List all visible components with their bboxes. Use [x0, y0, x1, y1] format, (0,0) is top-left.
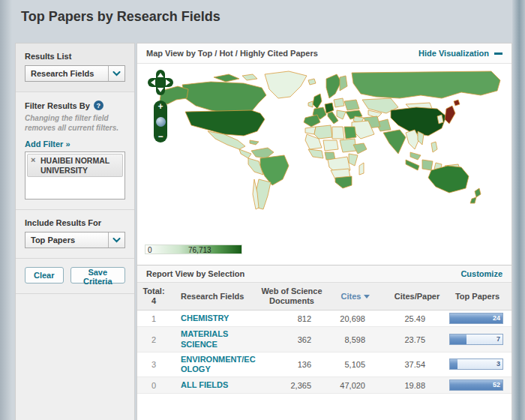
sidebar: Results List Research Fields Filter Resu… — [15, 43, 135, 420]
filter-tag[interactable]: × HUAIBEI NORMAL UNIVERSITY — [27, 154, 123, 177]
research-field-link[interactable]: CHEMISTRY — [181, 314, 257, 323]
include-results-section: Include Results For Top Papers — [16, 210, 134, 259]
page-edge-right — [512, 0, 525, 420]
sidebar-filler — [16, 294, 134, 420]
col-header-wos-documents: Web of Science Documents — [257, 286, 326, 306]
clear-button[interactable]: Clear — [25, 267, 64, 284]
main-panel: Map View by Top / Hot / Highly Cited Pap… — [136, 43, 512, 420]
table-filler — [137, 394, 512, 420]
row-cites: 5,105 — [326, 360, 385, 369]
actions-section: Clear Save Criteria — [16, 259, 134, 294]
results-list-label: Results List — [25, 52, 125, 61]
zoom-in-button[interactable]: + — [158, 102, 163, 111]
zoom-out-button[interactable]: − — [158, 132, 163, 141]
save-criteria-button[interactable]: Save Criteria — [70, 267, 125, 284]
col-header-top-papers: Top Papers — [449, 292, 506, 302]
map-zoom-control: + − — [154, 100, 167, 142]
map-area: + − 0 76,713 — [137, 64, 512, 265]
row-cites-per-paper: 23.75 — [385, 335, 449, 344]
top-papers-bar: 52 — [449, 380, 503, 391]
visualization-title: Map View by Top / Hot / Highly Cited Pap… — [146, 49, 318, 58]
research-field-link[interactable]: MATERIALS SCIENCE — [181, 329, 257, 349]
row-wos-documents: 2,365 — [257, 381, 326, 390]
legend-min-label: 0 — [148, 245, 152, 255]
filter-listbox[interactable]: × HUAIBEI NORMAL UNIVERSITY — [25, 152, 125, 200]
top-papers-bar: 24 — [449, 313, 503, 324]
visualization-header: Map View by Top / Hot / Highly Cited Pap… — [137, 44, 512, 64]
table-row: 0 ALL FIELDS 2,365 47,020 19.88 52 — [137, 377, 512, 394]
include-results-value: Top Papers — [26, 236, 75, 244]
row-cites: 47,020 — [326, 381, 385, 390]
include-results-select[interactable]: Top Papers — [25, 232, 125, 248]
row-rank: 1 — [137, 314, 170, 323]
row-wos-documents: 136 — [257, 360, 326, 369]
hide-visualization-label: Hide Visualization — [418, 49, 489, 58]
top-papers-value: 24 — [493, 314, 500, 322]
filter-note: Changing the filter field removes all cu… — [25, 114, 125, 133]
table-row: 3 ENVIRONMENT/ECOLOGY 136 5,105 37.54 3 — [137, 352, 512, 377]
filter-tag-label: HUAIBEI NORMAL UNIVERSITY — [40, 156, 110, 175]
chevron-down-icon[interactable] — [108, 232, 124, 248]
map-pan-control[interactable] — [148, 70, 173, 95]
top-papers-bar: 3 — [449, 358, 503, 370]
top-papers-value: 7 — [496, 335, 500, 343]
row-wos-documents: 362 — [257, 335, 326, 344]
row-rank: 0 — [137, 381, 170, 390]
legend-max-label: 76,713 — [188, 245, 212, 255]
customize-link[interactable]: Customize — [460, 269, 502, 278]
table-body: 1 CHEMISTRY 812 20,698 25.49 24 2 MATERI… — [137, 310, 512, 394]
row-cites: 8,598 — [326, 335, 385, 344]
results-list-value: Research Fields — [26, 69, 94, 78]
remove-filter-icon[interactable]: × — [31, 155, 35, 165]
hide-visualization-link[interactable]: Hide Visualization — [418, 49, 502, 58]
row-cites: 20,698 — [326, 314, 385, 323]
map-controls: + − — [148, 70, 173, 142]
help-icon[interactable]: ? — [94, 100, 104, 110]
col-header-cites-per-paper: Cites/Paper — [385, 292, 449, 302]
results-list-select[interactable]: Research Fields — [25, 65, 125, 82]
include-results-label: Include Results For — [25, 218, 125, 227]
col-header-cites[interactable]: Cites — [326, 292, 385, 302]
sort-descending-icon — [364, 295, 370, 298]
page-title: Top Papers by Research Fields — [21, 9, 220, 25]
top-papers-bar: 7 — [449, 334, 503, 345]
research-field-link[interactable]: ALL FIELDS — [181, 380, 257, 390]
table-row: 1 CHEMISTRY 812 20,698 25.49 24 — [137, 310, 512, 327]
row-cites-per-paper: 25.49 — [385, 314, 449, 323]
table-row: 2 MATERIALS SCIENCE 362 8,598 23.75 7 — [137, 327, 512, 352]
row-cites-per-paper: 37.54 — [385, 360, 449, 369]
top-papers-value: 52 — [493, 381, 500, 388]
app-window: Top Papers by Research Fields Results Li… — [0, 0, 525, 420]
row-wos-documents: 812 — [257, 314, 326, 323]
filter-results-label: Filter Results By — [25, 101, 90, 110]
content-layout: Results List Research Fields Filter Resu… — [15, 43, 512, 420]
row-rank: 3 — [137, 360, 170, 369]
chevron-down-icon[interactable] — [108, 66, 124, 81]
row-rank: 2 — [137, 335, 170, 344]
research-field-link[interactable]: ENVIRONMENT/ECOLOGY — [181, 355, 257, 374]
page-edge-left — [0, 0, 12, 420]
results-list-section: Results List Research Fields — [16, 44, 134, 92]
table-header-row: Total: 4 Research Fields Web of Science … — [137, 283, 512, 310]
globe-icon[interactable] — [156, 117, 166, 127]
row-cites-per-paper: 19.88 — [385, 381, 449, 390]
collapse-minus-icon — [494, 52, 502, 55]
map-legend: 0 76,713 — [145, 244, 242, 254]
world-map[interactable] — [139, 65, 505, 241]
top-papers-value: 3 — [496, 360, 500, 368]
add-filter-link[interactable]: Add Filter » — [25, 140, 70, 148]
report-header: Report View by Selection Customize — [137, 265, 512, 283]
report-title: Report View by Selection — [146, 269, 244, 278]
filter-section: Filter Results By ? Changing the filter … — [16, 92, 134, 210]
col-header-research-fields: Research Fields — [170, 292, 257, 302]
col-header-total: Total: 4 — [137, 286, 170, 306]
